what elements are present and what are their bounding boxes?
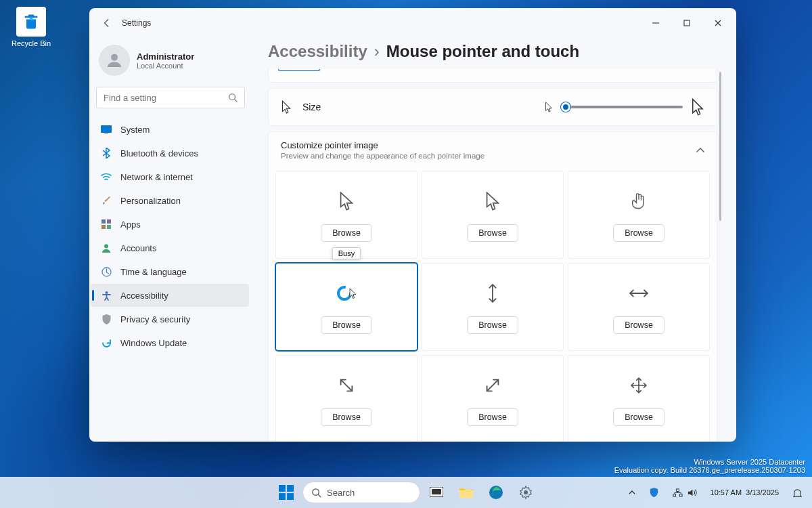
close-button[interactable] <box>702 12 734 34</box>
breadcrumb-sep: › <box>374 42 380 61</box>
nav-bluetooth[interactable]: Bluetooth & devices <box>91 142 249 165</box>
tray-network-volume[interactable] <box>669 485 701 501</box>
svg-rect-1 <box>684 20 690 26</box>
svg-point-14 <box>338 287 351 299</box>
volume-icon <box>687 488 697 498</box>
globe-clock-icon <box>100 266 112 278</box>
accessibility-icon <box>100 289 112 301</box>
browse-button[interactable]: Browse <box>467 224 518 242</box>
maximize-button[interactable] <box>671 12 702 34</box>
pointer-tile[interactable]: BusyBrowse <box>275 263 418 351</box>
nav-label: Privacy & security <box>120 314 190 324</box>
customize-header[interactable]: Customize pointer image Preview and chan… <box>269 132 717 167</box>
nav-label: Accounts <box>120 243 156 253</box>
svg-rect-27 <box>673 494 676 496</box>
svg-line-20 <box>318 494 321 497</box>
pointer-preview-icon <box>631 188 647 215</box>
browse-button[interactable]: Browse <box>613 408 664 426</box>
avatar-icon <box>99 45 130 76</box>
pointer-tile[interactable]: Browse <box>422 171 564 259</box>
browse-button[interactable]: Browse <box>321 224 372 242</box>
svg-point-25 <box>524 490 528 494</box>
breadcrumb-parent[interactable]: Accessibility <box>268 42 367 61</box>
breadcrumb: Accessibility › Mouse pointer and touch <box>268 38 721 69</box>
browse-button[interactable]: Browse <box>467 316 518 334</box>
slider-thumb[interactable] <box>561 102 570 112</box>
pointer-tile[interactable]: Browse <box>275 355 418 442</box>
watermark: Windows Server 2025 Datacenter Evaluatio… <box>614 458 805 474</box>
search-icon <box>311 488 321 498</box>
nav-label: Time & language <box>120 267 187 277</box>
svg-point-3 <box>229 94 235 100</box>
taskbar: Search 10:57 AM 3/13/2025 <box>0 477 812 508</box>
browse-button[interactable]: Browse <box>321 316 372 334</box>
tray-clock[interactable]: 10:57 AM 3/13/2025 <box>706 486 783 500</box>
desktop-recycle-bin[interactable]: Recycle Bin <box>8 7 54 47</box>
recycle-bin-icon <box>16 7 46 37</box>
scrollbar-thumb[interactable] <box>719 72 721 221</box>
nav-personalization[interactable]: Personalization <box>91 189 249 212</box>
settings-taskbar-button[interactable] <box>512 479 539 506</box>
pointer-preview-icon <box>485 188 500 215</box>
system-tray: 10:57 AM 3/13/2025 <box>625 485 807 501</box>
size-slider[interactable] <box>561 106 683 108</box>
pointer-tile[interactable]: Browse <box>568 171 710 259</box>
tray-security-icon[interactable] <box>645 485 663 501</box>
tray-chevron[interactable] <box>625 487 639 498</box>
task-view-button[interactable] <box>423 479 450 506</box>
pointer-tile[interactable]: Browse <box>568 355 710 442</box>
tray-notifications[interactable] <box>788 485 807 501</box>
nav-label: Apps <box>120 219 141 230</box>
tray-time: 10:57 AM <box>710 488 742 497</box>
file-explorer-button[interactable] <box>453 479 480 506</box>
pointer-preview-icon <box>336 280 357 307</box>
svg-rect-23 <box>459 490 473 498</box>
browse-button[interactable]: Browse <box>613 316 664 334</box>
pointer-tile[interactable]: Browse <box>568 263 710 351</box>
svg-rect-17 <box>279 493 286 500</box>
minimize-button[interactable] <box>640 12 671 34</box>
svg-rect-9 <box>102 225 106 229</box>
nav-label: Network & internet <box>120 172 193 182</box>
content-scroll[interactable]: Size Customize pointer image <box>268 69 721 442</box>
search-box[interactable] <box>96 87 245 108</box>
pointer-preview-icon <box>629 280 648 307</box>
nav-label: Personalization <box>120 196 181 206</box>
scrollbar[interactable] <box>719 72 721 439</box>
taskbar-search-placeholder: Search <box>327 488 355 498</box>
nav-apps[interactable]: Apps <box>91 213 249 236</box>
svg-point-13 <box>105 291 108 294</box>
start-button[interactable] <box>273 479 300 506</box>
nav-accessibility[interactable]: Accessibility <box>91 284 249 307</box>
pointer-tile[interactable]: Browse <box>422 263 564 351</box>
update-icon <box>100 337 112 349</box>
cursor-small-icon <box>545 102 553 112</box>
nav-privacy[interactable]: Privacy & security <box>91 308 249 331</box>
titlebar: Settings <box>89 8 736 38</box>
nav-windows-update[interactable]: Windows Update <box>91 331 249 354</box>
back-button[interactable] <box>97 14 116 33</box>
pointer-tile[interactable]: Browse <box>275 171 418 259</box>
size-label: Size <box>302 102 321 112</box>
nav-accounts[interactable]: Accounts <box>91 236 249 259</box>
nav-network[interactable]: Network & internet <box>91 165 249 188</box>
edge-button[interactable] <box>482 479 510 506</box>
customize-desc: Preview and change the appearance of eac… <box>281 152 484 160</box>
chevron-up-icon <box>696 148 704 153</box>
browse-button[interactable]: Browse <box>467 408 518 426</box>
search-input[interactable] <box>104 93 228 103</box>
svg-rect-16 <box>287 485 294 492</box>
nav-time-language[interactable]: Time & language <box>91 260 249 283</box>
tray-date: 3/13/2025 <box>746 488 779 497</box>
browse-button[interactable]: Browse <box>321 408 372 426</box>
size-card: Size <box>268 88 717 126</box>
pointer-tile[interactable]: Browse <box>422 355 564 442</box>
tooltip: Busy <box>332 247 361 259</box>
account-block[interactable]: Administrator Local Account <box>89 38 252 85</box>
taskbar-search[interactable]: Search <box>302 482 420 503</box>
nav-system[interactable]: System <box>91 118 249 141</box>
network-icon <box>673 488 683 498</box>
settings-window: Settings Administrator Local Account <box>89 8 736 442</box>
browse-button[interactable]: Browse <box>613 224 664 242</box>
svg-rect-22 <box>432 489 441 494</box>
